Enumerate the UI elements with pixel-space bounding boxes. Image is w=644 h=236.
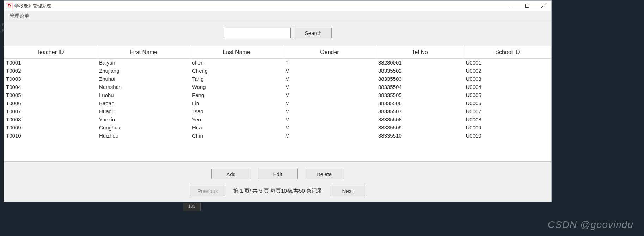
minimize-button[interactable] (503, 1, 519, 11)
cell-last-name: chen (190, 59, 283, 67)
col-gender[interactable]: Gender (283, 46, 376, 59)
cell-last-name: Yen (190, 115, 283, 123)
main-window: D 学校老师管理系统 管理菜单 Search (4, 0, 552, 202)
cell-last-name: Tsao (190, 107, 283, 115)
cell-teacher-id: T0008 (4, 115, 97, 123)
cell-tel-no: 88335502 (376, 67, 464, 75)
table-row[interactable]: T0003ZhuhaiTangM88335503U0003 (4, 75, 551, 83)
col-school-id[interactable]: School ID (464, 46, 551, 59)
cell-last-name: Chin (190, 132, 283, 140)
cell-first-name: Baiyun (97, 59, 190, 67)
content-area: Search Teacher ID First Name Last Name G… (4, 21, 551, 202)
cell-gender: M (283, 67, 376, 75)
cell-last-name: Feng (190, 91, 283, 99)
table-header-row: Teacher ID First Name Last Name Gender T… (4, 46, 551, 59)
previous-button[interactable]: Previous (190, 186, 225, 196)
cell-gender: M (283, 123, 376, 132)
cell-teacher-id: T0002 (4, 67, 97, 75)
table-row[interactable]: T0009ConghuaHuaM88335509U0009 (4, 123, 551, 132)
minimize-icon (509, 4, 513, 8)
cell-teacher-id: T0004 (4, 83, 97, 91)
cell-tel-no: 88335506 (376, 99, 464, 107)
cell-tel-no: 88335507 (376, 107, 464, 115)
titlebar: D 学校老师管理系统 (4, 1, 551, 11)
ide-chip: 183 (183, 203, 201, 211)
titlebar-controls (503, 1, 551, 11)
cell-school-id: U0002 (464, 67, 551, 75)
cell-school-id: U0006 (464, 99, 551, 107)
cell-teacher-id: T0007 (4, 107, 97, 115)
edit-button[interactable]: Edit (258, 169, 298, 179)
page-info: 第 1 页/ 共 5 页 每页10条/共50 条记录 (233, 188, 322, 194)
menubar: 管理菜单 (4, 11, 551, 21)
col-teacher-id[interactable]: Teacher ID (4, 46, 97, 59)
cell-tel-no: 88335508 (376, 115, 464, 123)
cell-gender: M (283, 83, 376, 91)
maximize-icon (525, 4, 529, 8)
ide-bottom-strip: 183 (183, 203, 201, 211)
cell-first-name: Huizhou (97, 132, 190, 140)
cell-school-id: U0008 (464, 115, 551, 123)
cell-teacher-id: T0010 (4, 132, 97, 140)
col-last-name[interactable]: Last Name (190, 46, 283, 59)
col-first-name[interactable]: First Name (97, 46, 190, 59)
cell-tel-no: 88335504 (376, 83, 464, 91)
cell-gender: M (283, 75, 376, 83)
cell-tel-no: 88335510 (376, 132, 464, 140)
close-button[interactable] (535, 1, 551, 11)
cell-last-name: Tang (190, 75, 283, 83)
cell-school-id: U0001 (464, 59, 551, 67)
svg-rect-1 (525, 4, 529, 8)
cell-last-name: Wang (190, 83, 283, 91)
cell-last-name: Cheng (190, 67, 283, 75)
add-button[interactable]: Add (211, 169, 251, 179)
table-row[interactable]: T0010HuizhouChinM88335510U0010 (4, 132, 551, 140)
table-row[interactable]: T0002ZhujiangChengM88335502U0002 (4, 67, 551, 75)
search-bar: Search (4, 21, 551, 46)
cell-first-name: Huadu (97, 107, 190, 115)
maximize-button[interactable] (519, 1, 535, 11)
cell-first-name: Namshan (97, 83, 190, 91)
cell-teacher-id: T0006 (4, 99, 97, 107)
teacher-table: Teacher ID First Name Last Name Gender T… (4, 46, 551, 140)
cell-gender: M (283, 132, 376, 140)
cell-gender: M (283, 91, 376, 99)
cell-first-name: Baoan (97, 99, 190, 107)
window-title: 学校老师管理系统 (14, 3, 503, 9)
cell-first-name: Conghua (97, 123, 190, 132)
app-icon: D (6, 3, 12, 9)
table-row[interactable]: T0004NamshanWangM88335504U0004 (4, 83, 551, 91)
cell-first-name: Yuexiu (97, 115, 190, 123)
table-row[interactable]: T0008YuexiuYenM88335508U0008 (4, 115, 551, 123)
cell-school-id: U0003 (464, 75, 551, 83)
cell-tel-no: 88335505 (376, 91, 464, 99)
cell-school-id: U0004 (464, 83, 551, 91)
cell-gender: M (283, 115, 376, 123)
cell-gender: M (283, 99, 376, 107)
next-button[interactable]: Next (330, 186, 365, 196)
menu-item-manage[interactable]: 管理菜单 (7, 12, 32, 21)
cell-teacher-id: T0001 (4, 59, 97, 67)
col-tel-no[interactable]: Tel No (376, 46, 464, 59)
cell-teacher-id: T0005 (4, 91, 97, 99)
cell-last-name: Lin (190, 99, 283, 107)
delete-button[interactable]: Delete (305, 169, 344, 179)
table-row[interactable]: T0005LuohuFengM88335505U0005 (4, 91, 551, 99)
table-row[interactable]: T0006BaoanLinM88335506U0006 (4, 99, 551, 107)
cell-teacher-id: T0003 (4, 75, 97, 83)
table-row[interactable]: T0007HuaduTsaoM88335507U0007 (4, 107, 551, 115)
cell-tel-no: 88335509 (376, 123, 464, 132)
cell-first-name: Zhujiang (97, 67, 190, 75)
table-row[interactable]: T0001BaiyunchenF88230001U0001 (4, 59, 551, 67)
cell-tel-no: 88230001 (376, 59, 464, 67)
search-input[interactable] (224, 28, 291, 38)
cell-last-name: Hua (190, 123, 283, 132)
cell-tel-no: 88335503 (376, 75, 464, 83)
search-button[interactable]: Search (295, 28, 332, 38)
data-table-wrap: Teacher ID First Name Last Name Gender T… (4, 46, 551, 162)
cell-gender: M (283, 107, 376, 115)
cell-school-id: U0005 (464, 91, 551, 99)
cell-first-name: Zhuhai (97, 75, 190, 83)
cell-school-id: U0007 (464, 107, 551, 115)
cell-school-id: U0010 (464, 132, 551, 140)
